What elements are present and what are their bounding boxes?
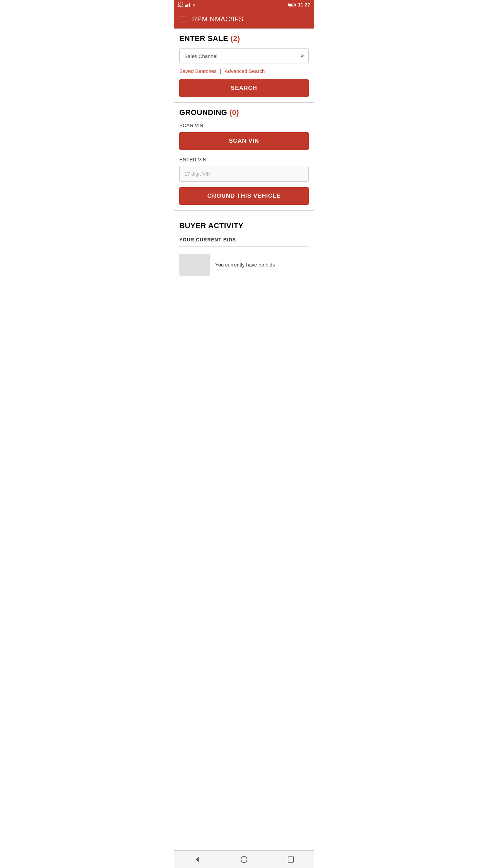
current-bids-label: YOUR CURRENT BIDS: xyxy=(179,237,309,242)
ground-vehicle-button[interactable]: GROUND THIS VEHICLE xyxy=(179,187,309,205)
main-content: ENTER SALE (2) Sales Channel > Saved Sea… xyxy=(174,28,314,284)
no-bids-row: You currently have no bids xyxy=(179,251,309,278)
time-display: 11:27 xyxy=(298,2,310,7)
grounding-section: GROUNDING (0) SCAN VIN SCAN VIN ENTER VI… xyxy=(174,103,314,210)
hamburger-menu-button[interactable] xyxy=(179,17,187,21)
advanced-search-link[interactable]: Advanced Search xyxy=(225,68,265,74)
pipe-separator: | xyxy=(220,68,221,74)
app-title: RPM NMAC/IFS xyxy=(192,15,244,23)
sales-channel-label: Sales Channel xyxy=(184,53,218,59)
search-links-row: Saved Searches | Advanced Search xyxy=(179,68,309,74)
buyer-activity-section: BUYER ACTIVITY YOUR CURRENT BIDS: You cu… xyxy=(174,211,314,284)
sales-channel-arrow: > xyxy=(301,53,304,59)
status-bar: 🖼 ✕ 11:27 xyxy=(174,0,314,9)
status-bar-right: 11:27 xyxy=(288,2,310,7)
vin-input[interactable] xyxy=(179,166,309,182)
app-header: RPM NMAC/IFS xyxy=(174,9,314,28)
saved-searches-link[interactable]: Saved Searches xyxy=(179,68,217,74)
no-signal-indicator: ✕ xyxy=(192,3,196,7)
sales-channel-row[interactable]: Sales Channel > xyxy=(179,48,309,63)
signal-icon xyxy=(185,3,190,7)
battery-icon xyxy=(288,3,296,6)
image-icon: 🖼 xyxy=(178,2,183,7)
no-bids-thumbnail xyxy=(179,254,210,276)
scan-vin-button[interactable]: SCAN VIN xyxy=(179,132,309,150)
bids-divider xyxy=(179,246,309,247)
buyer-activity-title: BUYER ACTIVITY xyxy=(179,221,309,230)
status-bar-left: 🖼 ✕ xyxy=(178,2,196,7)
scan-vin-label: SCAN VIN xyxy=(179,122,309,128)
no-bids-text: You currently have no bids xyxy=(215,262,275,268)
search-button[interactable]: SEARCH xyxy=(179,79,309,97)
grounding-title: GROUNDING (0) xyxy=(179,108,309,117)
enter-vin-label: ENTER VIN xyxy=(179,157,309,162)
enter-sale-section: ENTER SALE (2) Sales Channel > Saved Sea… xyxy=(174,29,314,102)
enter-sale-title: ENTER SALE (2) xyxy=(179,34,309,43)
